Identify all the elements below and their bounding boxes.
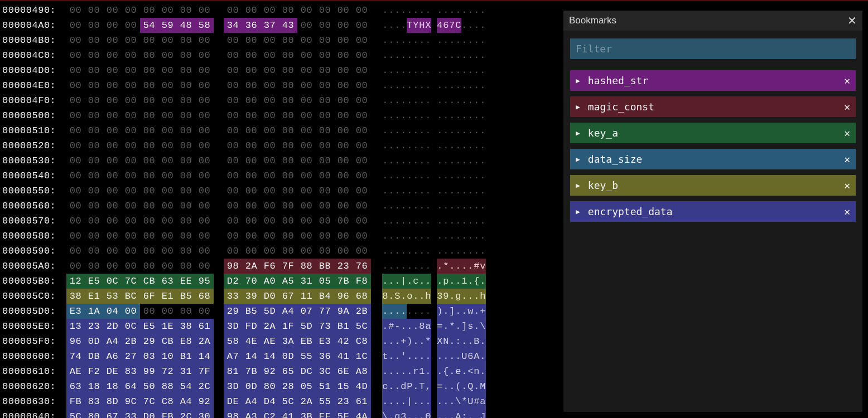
hex-bytes[interactable]: 00000000000000000000000000000000 (66, 63, 371, 78)
hex-byte[interactable]: 00 (279, 244, 297, 259)
hex-byte[interactable]: 00 (279, 229, 297, 244)
ascii-char[interactable]: . (474, 319, 480, 334)
ascii-char[interactable]: . (425, 138, 431, 153)
ascii-char[interactable]: . (401, 168, 407, 183)
hex-byte[interactable]: 00 (353, 213, 371, 229)
hex-byte[interactable]: 00 (242, 229, 261, 244)
ascii-char[interactable]: . (437, 274, 443, 289)
hex-byte[interactable]: 00 (316, 244, 334, 259)
hex-byte[interactable]: 00 (195, 183, 214, 198)
hex-byte[interactable]: 00 (103, 183, 122, 198)
hex-byte[interactable]: 00 (224, 3, 242, 18)
hex-byte[interactable]: 00 (158, 33, 177, 48)
ascii-char[interactable]: . (394, 63, 401, 78)
ascii-char[interactable]: a (480, 394, 486, 409)
hex-byte[interactable]: EB (297, 334, 316, 349)
ascii-char[interactable]: . (394, 229, 401, 244)
ascii-char[interactable]: U (467, 394, 474, 409)
hex-byte[interactable]: 54 (140, 18, 158, 33)
ascii-char[interactable]: . (455, 138, 461, 153)
hex-byte[interactable]: 00 (177, 259, 195, 274)
hex-byte[interactable]: 00 (279, 78, 297, 93)
hex-byte[interactable]: A8 (353, 364, 371, 379)
hex-row[interactable]: 000005D0:E31A04000000000029B55DA407779A2… (2, 304, 558, 319)
hex-byte[interactable]: E5 (85, 274, 103, 289)
hex-byte[interactable]: 00 (122, 18, 140, 33)
ascii-char[interactable]: . (419, 198, 425, 213)
hex-byte[interactable]: 31 (297, 274, 316, 289)
ascii-char[interactable]: . (419, 78, 425, 93)
hex-row[interactable]: 00000630:FB838D9C7CC8A492DEA4D45C2A55236… (2, 394, 558, 409)
hex-row[interactable]: 000005F0:960DA42B29CBE82A584EAE3AEBE342C… (2, 334, 558, 349)
hex-byte[interactable]: 2B (353, 304, 371, 319)
ascii-char[interactable]: . (474, 379, 480, 394)
ascii-char[interactable]: s (467, 319, 474, 334)
hex-byte[interactable]: 36 (242, 18, 261, 33)
ascii-char[interactable]: . (437, 213, 443, 229)
hex-byte[interactable]: 00 (353, 78, 371, 93)
hex-byte[interactable]: 12 (66, 274, 85, 289)
ascii-char[interactable]: . (413, 183, 419, 198)
hex-byte[interactable]: 00 (316, 138, 334, 153)
ascii-char[interactable]: . (480, 78, 486, 93)
ascii-char[interactable]: . (407, 198, 413, 213)
hex-byte[interactable]: 5F (334, 409, 353, 418)
ascii-char[interactable]: . (413, 33, 419, 48)
hex-byte[interactable]: 00 (242, 108, 261, 123)
hex-byte[interactable]: 00 (224, 183, 242, 198)
hex-byte[interactable]: 00 (297, 33, 316, 48)
ascii-char[interactable]: ] (449, 304, 455, 319)
ascii-char[interactable]: . (407, 108, 413, 123)
hex-byte[interactable]: 00 (297, 18, 316, 33)
hex-byte[interactable]: 00 (177, 183, 195, 198)
ascii-char[interactable]: . (443, 304, 449, 319)
ascii-char[interactable]: . (407, 93, 413, 108)
ascii-char[interactable]: . (401, 229, 407, 244)
hex-byte[interactable]: 00 (195, 108, 214, 123)
hex-byte[interactable]: 83 (122, 364, 140, 379)
ascii-char[interactable]: . (388, 48, 394, 63)
ascii-char[interactable]: . (419, 304, 425, 319)
hex-bytes[interactable]: 12E50C7CCB63EE95D270A0A531057BF8 (66, 274, 371, 289)
ascii-char[interactable]: , (425, 379, 431, 394)
ascii-char[interactable]: e (455, 364, 461, 379)
ascii-char[interactable]: . (461, 183, 467, 198)
hex-byte[interactable]: 00 (103, 259, 122, 274)
ascii-char[interactable]: . (388, 63, 394, 78)
hex-byte[interactable]: 00 (85, 153, 103, 168)
hex-byte[interactable]: 00 (195, 63, 214, 78)
hex-byte[interactable]: 00 (242, 48, 261, 63)
ascii-char[interactable]: 3 (401, 409, 407, 418)
bookmark-item-data_size[interactable]: ▶data_size✕ (570, 149, 856, 169)
hex-byte[interactable]: 0C (122, 319, 140, 334)
ascii-char[interactable]: . (455, 213, 461, 229)
hex-ascii[interactable]: ................ (382, 33, 486, 48)
ascii-char[interactable]: . (449, 349, 455, 364)
ascii-char[interactable]: . (394, 213, 401, 229)
ascii-char[interactable]: . (425, 364, 431, 379)
hex-byte[interactable]: 0C (103, 274, 122, 289)
hex-bytes[interactable]: 00000000000000000000000000000000 (66, 78, 371, 93)
hex-byte[interactable]: 00 (334, 33, 353, 48)
hex-bytes[interactable]: AEF2DE839972317F817B9265DC3C6EA8 (66, 364, 371, 379)
hex-bytes[interactable]: 74DBA6270310B114A714140D5536411C (66, 349, 371, 364)
hex-byte[interactable]: 0D (85, 334, 103, 349)
hex-row[interactable]: 000005B0:12E50C7CCB63EE95D270A0A531057BF… (2, 274, 558, 289)
ascii-char[interactable]: . (382, 168, 388, 183)
ascii-char[interactable]: . (449, 48, 455, 63)
hex-byte[interactable]: 00 (279, 93, 297, 108)
hex-byte[interactable]: 00 (140, 213, 158, 229)
hex-byte[interactable]: D2 (224, 274, 242, 289)
hex-byte[interactable]: 00 (353, 138, 371, 153)
hex-ascii[interactable]: ................ (382, 48, 486, 63)
ascii-char[interactable]: . (449, 138, 455, 153)
hex-byte[interactable]: 00 (103, 108, 122, 123)
ascii-char[interactable]: . (425, 244, 431, 259)
ascii-char[interactable]: . (467, 63, 474, 78)
ascii-char[interactable]: . (407, 304, 413, 319)
hex-bytes[interactable]: 00000000000000000000000000000000 (66, 183, 371, 198)
hex-bytes[interactable]: 13232D0CE51E38613DFD2A1F5D73B15C (66, 319, 371, 334)
ascii-char[interactable]: 1 (461, 274, 467, 289)
hex-byte[interactable]: 00 (122, 198, 140, 213)
ascii-char[interactable]: . (407, 33, 413, 48)
